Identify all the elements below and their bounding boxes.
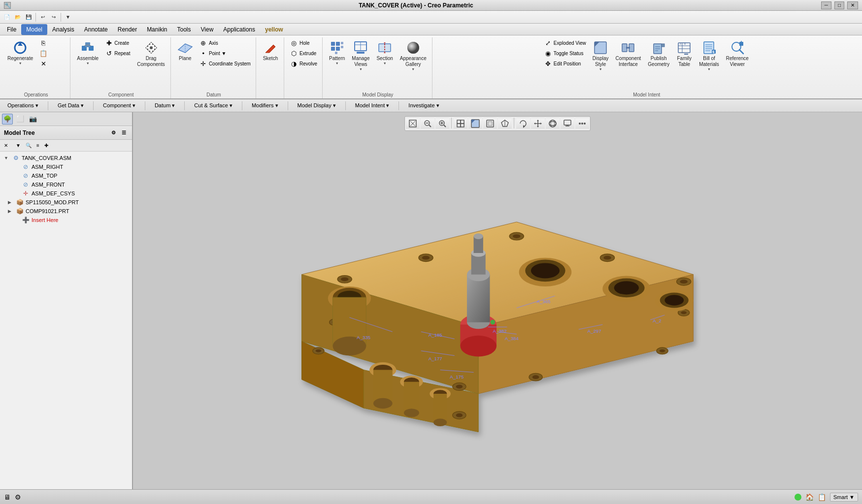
cmd-datum[interactable]: Datum ▾ [150, 101, 179, 110]
bom-button[interactable]: $ Bill ofMaterials ▼ [696, 38, 722, 72]
cmd-modifiers[interactable]: Modifiers ▾ [247, 101, 283, 110]
exploded-view-button[interactable]: ⤢ Exploded View [542, 38, 588, 48]
vp-no-hidden[interactable] [483, 118, 497, 129]
tree-item-asm-top[interactable]: ▶ ⊘ ASM_TOP [0, 171, 132, 180]
qa-new[interactable]: 📄 [2, 12, 12, 22]
appearance-button[interactable]: AppearanceGallery ▼ [398, 38, 429, 72]
tree-expand-comp91021[interactable]: ▶ [8, 209, 14, 214]
tree-item-insert-here[interactable]: ▶ ➕ Insert Here [0, 216, 132, 224]
edit-position-button[interactable]: ✥ Edit Position [542, 59, 588, 68]
tree-columns-btn[interactable]: ☰ [120, 129, 128, 136]
display-style-arrow[interactable]: ▼ [599, 67, 602, 71]
vp-extra[interactable] [575, 118, 589, 129]
tree-expand-btn[interactable]: ▼ [14, 142, 23, 149]
hole-button[interactable]: ◎ Hole [288, 38, 319, 48]
tree-add-btn[interactable]: ✚ [42, 142, 50, 149]
menu-manikin[interactable]: Manikin [142, 24, 172, 35]
vp-zoom-extent[interactable] [406, 118, 420, 129]
menu-tools[interactable]: Tools [172, 24, 196, 35]
vp-zoom-out[interactable] [421, 118, 434, 129]
menu-yellow[interactable]: yellow [260, 24, 288, 35]
cmd-get-data[interactable]: Get Data ▾ [53, 101, 88, 110]
copy-button[interactable]: ⎘ [37, 38, 67, 48]
drag-components-button[interactable]: DragComponents [134, 38, 167, 69]
family-table-button[interactable]: A B FamilyTable [674, 38, 695, 69]
cmd-model-intent[interactable]: Model Intent ▾ [351, 101, 394, 110]
menu-model[interactable]: Model [21, 24, 47, 35]
tree-item-asm-right[interactable]: ▶ ⊘ ASM_RIGHT [0, 162, 132, 171]
minimize-button[interactable]: ─ [821, 1, 831, 9]
extrude-button[interactable]: ⬡ Extrude [288, 49, 319, 58]
layer-tree-icon-btn[interactable]: ⬜ [15, 114, 26, 125]
section-arrow[interactable]: ▼ [383, 62, 387, 65]
repeat-button[interactable]: ↺ Repeat [103, 49, 133, 58]
qa-undo[interactable]: ↩ [38, 12, 48, 22]
vp-zoom-in[interactable] [435, 118, 449, 129]
regenerate-arrow[interactable]: ▼ [19, 62, 22, 65]
vp-view-manager[interactable] [561, 118, 574, 129]
toggle-status-button[interactable]: ◉ Toggle Status [542, 49, 588, 58]
smart-status-dropdown[interactable]: Smart ▼ [830, 493, 858, 502]
3d-model-view[interactable]: A_365 A_335 A_185 A_177 A_175 A_382 A_ [133, 112, 862, 489]
tree-item-comp91021[interactable]: ▶ 📦 COMP91021.PRT [0, 207, 132, 216]
tree-item-root[interactable]: ▼ ⚙ TANK_COVER.ASM [0, 154, 132, 162]
status-home-icon[interactable]: 🏠 [805, 493, 814, 501]
delete-button[interactable]: ✕ [37, 59, 67, 68]
cmd-investigate[interactable]: Investigate ▾ [404, 101, 443, 110]
tree-item-asm-front[interactable]: ▶ ⊘ ASM_FRONT [0, 180, 132, 189]
qa-redo[interactable]: ↪ [49, 12, 59, 22]
menu-render[interactable]: Render [113, 24, 142, 35]
axis-button[interactable]: ⊕ Axis [198, 38, 253, 48]
assemble-button[interactable]: Assemble ▼ [74, 38, 101, 66]
tree-expand-sp115050[interactable]: ▶ [8, 200, 14, 205]
model-tree-icon-btn[interactable]: 🌳 [2, 114, 13, 125]
create-button[interactable]: ✚ Create [103, 38, 133, 48]
viewport[interactable]: A_365 A_335 A_185 A_177 A_175 A_382 A_ [133, 112, 862, 489]
tree-settings-btn[interactable]: ⚙ [109, 129, 118, 136]
menu-analysis[interactable]: Analysis [47, 24, 79, 35]
vp-3d-orient[interactable] [546, 118, 560, 129]
tree-expand-root[interactable]: ▼ [4, 156, 10, 160]
cmd-model-display[interactable]: Model Display ▾ [293, 101, 340, 110]
vp-pan[interactable] [531, 118, 545, 129]
section-button[interactable]: Section ▼ [374, 38, 395, 66]
coord-system-button[interactable]: ✛ Coordinate System [198, 59, 253, 68]
menu-file[interactable]: File [2, 24, 21, 35]
tree-filter-btn[interactable]: ≡ [34, 142, 41, 149]
annotation-icon-btn[interactable]: 📷 [28, 114, 38, 125]
close-button[interactable]: ✕ [847, 1, 858, 9]
qa-customize[interactable]: ▼ [63, 12, 73, 22]
point-button[interactable]: • Point ▼ [198, 49, 253, 58]
qa-open[interactable]: 📂 [13, 12, 23, 22]
vp-saved-views[interactable] [454, 118, 467, 129]
assemble-arrow[interactable]: ▼ [86, 62, 90, 65]
component-interface-button[interactable]: ComponentInterface [613, 38, 644, 69]
menu-annotate[interactable]: Annotate [79, 24, 113, 35]
publish-geometry-button[interactable]: PublishGeometry [645, 38, 672, 69]
tree-close-btn[interactable]: ✕ [2, 142, 10, 149]
paste-button[interactable]: 📋 [37, 49, 67, 58]
vp-wireframe[interactable] [498, 118, 512, 129]
qa-save[interactable]: 💾 [24, 12, 33, 22]
status-copy-icon[interactable]: 📋 [818, 493, 826, 501]
tree-search-btn[interactable]: 🔍 [24, 142, 33, 149]
menu-view[interactable]: View [196, 24, 219, 35]
plane-button[interactable]: Plane [175, 38, 196, 63]
menu-applications[interactable]: Applications [218, 24, 260, 35]
cmd-operations[interactable]: Operations ▾ [3, 101, 43, 110]
reference-viewer-button[interactable]: ReferenceViewer [724, 38, 751, 69]
bom-arrow[interactable]: ▼ [707, 67, 711, 71]
pattern-arrow[interactable]: ▼ [335, 62, 339, 65]
pattern-button[interactable]: Pattern ▼ [327, 38, 347, 66]
display-style-button[interactable]: DisplayStyle ▼ [590, 38, 611, 72]
manage-views-arrow[interactable]: ▼ [359, 67, 363, 71]
appearance-arrow[interactable]: ▼ [411, 67, 415, 71]
vp-shading[interactable] [468, 118, 482, 129]
manage-views-button[interactable]: ManageViews ▼ [349, 38, 372, 72]
cmd-cut-surface[interactable]: Cut & Surface ▾ [190, 101, 237, 110]
vp-spin[interactable] [516, 118, 530, 129]
regenerate-button[interactable]: Regenerate ▼ [5, 38, 35, 66]
status-screen-icon[interactable]: 🖥 [4, 493, 11, 501]
tree-item-asm-def-csys[interactable]: ▶ ✛ ASM_DEF_CSYS [0, 189, 132, 198]
maximize-button[interactable]: □ [834, 1, 844, 9]
